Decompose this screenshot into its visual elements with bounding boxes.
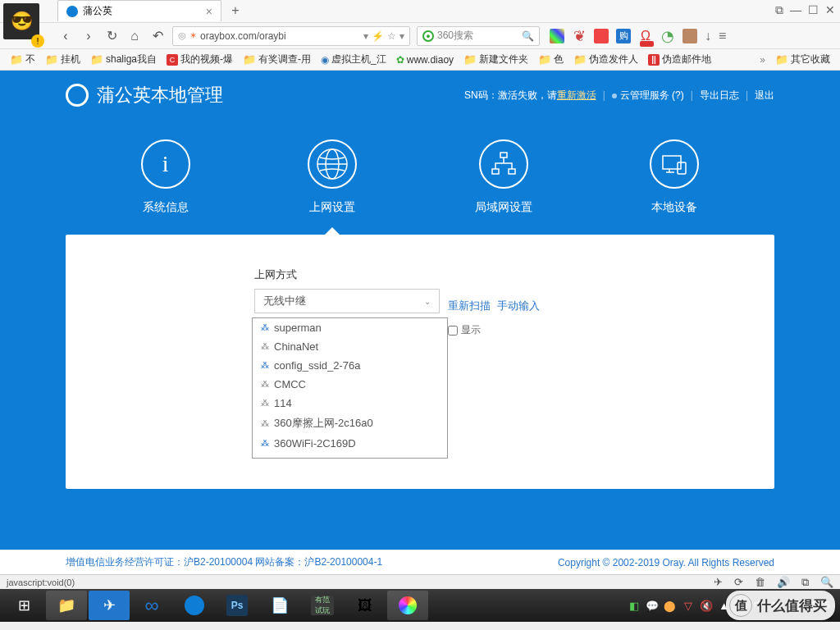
ext-icon-5[interactable]: Ωnew — [638, 29, 653, 43]
home-button[interactable]: ⌂ — [126, 28, 143, 44]
extension-icons: ❦ 购 Ωnew ◔ ↓ ≡ — [550, 29, 726, 43]
window-maximize-icon[interactable]: ☐ — [808, 3, 819, 17]
settings-panel: 上网方式 无线中继 ⌄ superman ⌄ 重新扫描 手动输入 显示 ⁂sup… — [66, 235, 774, 489]
taskbar-app[interactable]: 📄 — [259, 591, 300, 620]
wifi-option[interactable]: ⁂114 — [253, 394, 447, 413]
ext-icon-2[interactable]: ❦ — [572, 29, 587, 43]
user-avatar[interactable]: 😎 ! — [3, 3, 43, 46]
show-password-checkbox[interactable] — [448, 326, 458, 336]
devices-icon — [650, 139, 699, 189]
search-placeholder: 360搜索 — [437, 29, 473, 43]
bookmark-item[interactable]: 📁有奖调查-用 — [240, 51, 314, 68]
url-input[interactable] — [200, 30, 360, 42]
bookmark-item[interactable]: ✿www.diaoy — [393, 52, 457, 67]
wifi-dropdown[interactable]: ⁂superman ⁂ChinaNet ⁂config_ssid_2-76a ⁂… — [252, 317, 448, 459]
chevron-icon[interactable]: ▾ — [399, 30, 404, 42]
tab-title: 蒲公英 — [83, 4, 112, 18]
tray-icon[interactable]: 💬 — [646, 599, 659, 612]
ext-icon-7[interactable] — [682, 29, 697, 43]
taskbar-photoshop[interactable]: Ps — [217, 591, 258, 620]
wifi-option[interactable]: ⁂config_ssid_2-76a — [253, 356, 447, 375]
page-header: 蒲公英本地管理 SN码：激活失败，请重新激活 | 云管理服务 (?) | 导出日… — [0, 71, 840, 120]
taskbar-app[interactable]: ∞ — [131, 591, 172, 620]
tray-icon[interactable]: 🔇 — [700, 599, 713, 612]
ext-icon-3[interactable] — [594, 29, 609, 43]
wifi-option[interactable]: ⁂ChinaNet-XCRp — [253, 453, 447, 459]
close-tab-icon[interactable]: × — [206, 5, 212, 18]
bookmark-item[interactable]: 📁挂机 — [42, 51, 84, 68]
status-icon[interactable]: 🗑 — [755, 576, 765, 589]
page-content: 蒲公英本地管理 SN码：激活失败，请重新激活 | 云管理服务 (?) | 导出日… — [0, 71, 840, 574]
taskbar-app[interactable]: 🖼 — [345, 591, 386, 620]
search-field[interactable]: ● 360搜索 🔍 — [417, 26, 540, 46]
wifi-option[interactable]: ⁂360摩擦上网-2c16a0 — [253, 413, 447, 434]
status-icon[interactable]: ⟳ — [734, 576, 743, 589]
tray-icon[interactable]: ⬤ — [664, 599, 677, 612]
status-icon[interactable]: 🔊 — [777, 576, 790, 589]
forward-button[interactable]: › — [80, 28, 97, 44]
download-icon[interactable]: ↓ — [705, 29, 711, 43]
bookmark-item[interactable]: 📁shaliga我自 — [87, 51, 160, 68]
ext-icon-4[interactable]: 购 — [616, 29, 631, 43]
taskbar-app[interactable] — [174, 591, 215, 620]
window-close-icon[interactable]: ✕ — [825, 3, 835, 17]
bookmark-item[interactable]: 📁新建文件夹 — [460, 51, 532, 68]
bookmark-item[interactable]: 📁不 — [7, 51, 39, 68]
rescan-link[interactable]: 重新扫描 — [448, 299, 491, 313]
window-restore-icon[interactable]: ⧉ — [775, 3, 783, 17]
tab-internet-settings[interactable]: 上网设置 — [308, 120, 357, 235]
ext-icon-6[interactable]: ◔ — [660, 29, 675, 43]
page-footer: 增值电信业务经营许可证：沪B2-20100004 网站备案：沪B2-201000… — [0, 550, 840, 574]
dropdown-icon[interactable]: ▾ — [363, 30, 368, 42]
menu-icon[interactable]: ≡ — [719, 29, 726, 43]
status-icon[interactable]: 🔍 — [820, 576, 833, 589]
cloud-service-link[interactable]: 云管理服务 (?) — [612, 89, 684, 103]
flash-icon[interactable]: ⚡ — [372, 30, 384, 42]
tray-icon[interactable]: ◧ — [628, 599, 641, 612]
taskbar-explorer[interactable]: 📁 — [46, 591, 87, 620]
browser-tab[interactable]: 蒲公英 × — [57, 0, 221, 21]
wifi-option[interactable]: ⁂ChinaNet — [253, 337, 447, 356]
browser-status-bar: javascript:void(0) ✈ ⟳ 🗑 🔊 ⧉ 🔍 — [0, 574, 840, 589]
bookmark-item[interactable]: 📁其它收藏 — [772, 51, 833, 68]
warning-badge: ! — [31, 34, 44, 48]
logout-link[interactable]: 退出 — [755, 89, 774, 103]
start-button[interactable]: ⊞ — [3, 591, 44, 620]
tab-lan-settings[interactable]: 局域网设置 — [475, 120, 532, 235]
search-icon[interactable]: 🔍 — [522, 30, 534, 42]
taskbar-app[interactable] — [387, 591, 428, 620]
back-button[interactable]: ‹ — [57, 28, 74, 44]
new-tab-button[interactable]: + — [225, 2, 246, 20]
export-log-link[interactable]: 导出日志 — [700, 89, 739, 103]
globe-icon — [308, 139, 357, 189]
method-select[interactable]: 无线中继 ⌄ — [254, 289, 440, 313]
url-field[interactable]: ◎ ✶ ▾ ⚡ ☆ ▾ — [172, 26, 410, 46]
wifi-option[interactable]: ⁂360WiFi-2C169D — [253, 434, 447, 453]
wifi-option[interactable]: ⁂superman — [253, 318, 447, 337]
bookmark-item[interactable]: ||伪造邮件地 — [645, 51, 714, 68]
wifi-icon: ⁂ — [261, 458, 269, 459]
taskbar-app[interactable]: 有范试玩 — [302, 591, 343, 620]
sn-status: SN码：激活失败，请重新激活 — [464, 89, 596, 103]
star-icon[interactable]: ☆ — [387, 30, 396, 42]
wifi-option[interactable]: ⁂CMCC — [253, 375, 447, 394]
bookmark-item[interactable]: C我的视频-爆 — [163, 51, 236, 68]
window-minimize-icon[interactable]: — — [790, 3, 801, 17]
status-icon[interactable]: ✈ — [714, 576, 723, 589]
nav-tabs: i 系统信息 上网设置 局域网设置 本地设备 — [0, 120, 840, 235]
bookmark-item[interactable]: 📁色 — [535, 51, 567, 68]
bookmark-item[interactable]: ◉虚拟主机_江 — [317, 51, 390, 68]
reload-button[interactable]: ↻ — [103, 28, 120, 44]
undo-button[interactable]: ↶ — [149, 28, 166, 44]
status-icon[interactable]: ⧉ — [801, 576, 809, 589]
watermark: 值 什么值得买 — [726, 591, 835, 620]
tab-system-info[interactable]: i 系统信息 — [141, 120, 190, 235]
reactivate-link[interactable]: 重新激活 — [557, 89, 596, 101]
ext-icon-1[interactable] — [550, 29, 564, 43]
tab-local-devices[interactable]: 本地设备 — [650, 120, 699, 235]
tray-icon[interactable]: ▽ — [682, 599, 695, 612]
bookmark-overflow[interactable]: » — [756, 52, 769, 67]
taskbar-app[interactable]: ✈ — [89, 591, 130, 620]
manual-input-link[interactable]: 手动输入 — [497, 299, 540, 313]
bookmark-item[interactable]: 📁伪造发件人 — [570, 51, 641, 68]
